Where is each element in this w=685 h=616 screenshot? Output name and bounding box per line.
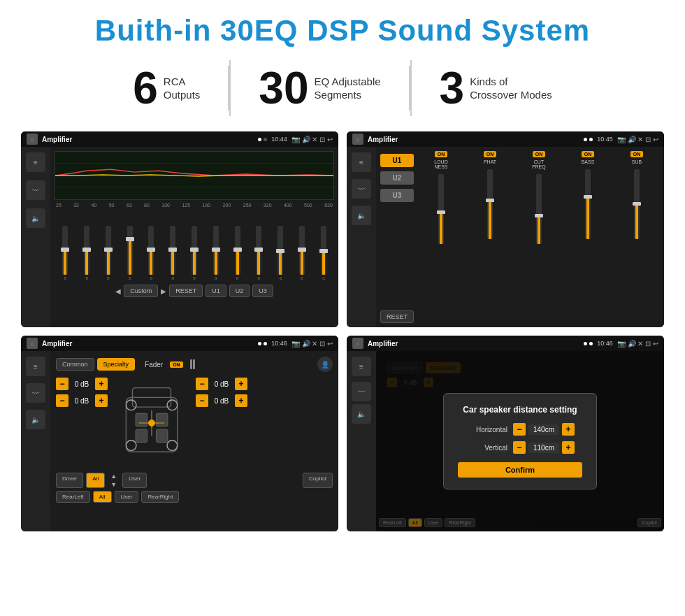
dlg-spk-icon[interactable]: 🔈 [352, 404, 371, 424]
db-val-1: 0 dB [71, 380, 92, 388]
wave-icon[interactable]: 〰 [26, 180, 45, 200]
btn-driver[interactable]: Driver [56, 473, 83, 488]
btn-all2[interactable]: All [93, 491, 112, 503]
dialog-value-v: − 110cm + [513, 441, 575, 454]
slider-10[interactable]: 0 [256, 226, 261, 280]
u1-btn[interactable]: U1 [380, 154, 414, 167]
speaker-icon[interactable]: 🔈 [26, 208, 45, 228]
fader-spk-icon[interactable]: 🔈 [26, 410, 45, 429]
db-val-3: 0 dB [211, 380, 232, 388]
page-title: Buith-in 30EQ DSP Sound System [21, 14, 664, 48]
page-wrapper: Buith-in 30EQ DSP Sound System 6 RCA Out… [0, 0, 685, 616]
btn-rearright[interactable]: RearRight [141, 491, 179, 503]
dialog-minus-v[interactable]: − [513, 441, 526, 454]
eq-custom-btn[interactable]: Custom [124, 285, 158, 297]
cross-spk-icon[interactable]: 🔈 [352, 206, 371, 225]
u2-btn[interactable]: U2 [380, 171, 414, 185]
dialog-cm-v: 110cm [528, 443, 559, 453]
dialog-plus-h[interactable]: + [562, 423, 575, 436]
slider-2[interactable]: 0 [84, 226, 89, 280]
dialog-side: ≡ 〰 🔈 [347, 351, 376, 531]
slider-5[interactable]: 0 [148, 226, 154, 280]
fader-settings-icon[interactable]: 👤 [317, 357, 333, 372]
eq-u3-btn[interactable]: U3 [252, 285, 273, 297]
fader-on-badge[interactable]: ON [170, 361, 183, 368]
slider-7[interactable]: 0 [192, 226, 197, 280]
slider-9[interactable]: 0 [235, 226, 240, 280]
db-minus-3[interactable]: − [196, 378, 208, 390]
fader-side: ≡ 〰 🔈 [21, 351, 50, 531]
screen3-time: 10:46 [271, 340, 287, 347]
dlg-wave-icon[interactable]: 〰 [352, 382, 371, 401]
eq-icon[interactable]: ≡ [26, 152, 45, 172]
db-minus-4[interactable]: − [196, 394, 208, 407]
stat-text-crossover: Kinds of Crossover Modes [470, 75, 552, 102]
svg-rect-9 [136, 413, 147, 426]
screen4-title: Amplifier [368, 340, 579, 348]
btn-all[interactable]: All [86, 473, 105, 488]
confirm-button[interactable]: Confirm [458, 462, 582, 478]
db-plus-4[interactable]: + [235, 394, 247, 407]
fader-bottom-row2: RearLeft All User RearRight [56, 491, 333, 503]
home-icon-3[interactable]: ⌂ [27, 338, 38, 349]
stat-number-rca: 6 [133, 66, 158, 110]
db-plus-1[interactable]: + [95, 378, 108, 390]
cross-reset-btn[interactable]: RESET [380, 310, 414, 323]
slider-3[interactable]: 0 [106, 226, 111, 280]
eq-reset-btn[interactable]: RESET [169, 285, 203, 297]
svg-point-6 [167, 400, 178, 410]
eq-prev-icon[interactable]: ◀ [115, 287, 121, 295]
btn-rearleft[interactable]: RearLeft [56, 491, 90, 503]
home-icon-4[interactable]: ⌂ [352, 338, 363, 349]
dialog-cm-h: 140cm [528, 424, 559, 435]
ch-sub: ON SUB [614, 151, 660, 323]
dialog-minus-h[interactable]: − [513, 423, 526, 436]
home-icon-2[interactable]: ⌂ [352, 134, 363, 145]
eq-u1-btn[interactable]: U1 [206, 285, 226, 297]
fader-label: Fader [145, 361, 163, 368]
db-minus-1[interactable]: − [56, 378, 68, 390]
ch-on-cutfreq[interactable]: ON [533, 151, 546, 157]
eq-next-icon[interactable]: ▶ [161, 287, 166, 295]
cross-eq-icon[interactable]: ≡ [352, 152, 371, 172]
status-bar-1: ⌂ Amplifier 10:44 📷 🔊 ✕ ⊡ ↩ [21, 131, 338, 147]
fader-wave-icon[interactable]: 〰 [26, 383, 45, 403]
ch-on-sub[interactable]: ON [630, 151, 644, 157]
slider-4[interactable]: 5 [127, 226, 133, 280]
fader-eq-icon[interactable]: ≡ [26, 357, 45, 376]
ch-on-phat[interactable]: ON [484, 151, 497, 157]
svg-rect-11 [136, 429, 147, 442]
slider-11[interactable]: -1 [277, 226, 283, 280]
dialog-row-vertical: Vertical − 110cm + [458, 441, 582, 454]
fader-sliders-mini [190, 359, 195, 369]
db-plus-3[interactable]: + [235, 378, 247, 390]
slider-13[interactable]: -1 [321, 226, 326, 280]
cross-wave-icon[interactable]: 〰 [352, 179, 371, 199]
svg-rect-12 [156, 429, 167, 442]
eq-u2-btn[interactable]: U2 [229, 285, 250, 297]
tab-specialty[interactable]: Specialty [97, 358, 136, 371]
btn-copilot[interactable]: Copilot [303, 473, 333, 488]
ch-on-bass[interactable]: ON [582, 151, 595, 157]
slider-8[interactable]: 0 [213, 226, 219, 280]
u3-btn[interactable]: U3 [380, 189, 414, 202]
slider-1[interactable]: 0 [62, 226, 68, 280]
dlg-eq-icon[interactable]: ≡ [352, 357, 371, 376]
db-plus-2[interactable]: + [95, 394, 108, 407]
stat-number-crossover: 3 [440, 66, 465, 110]
btn-user2[interactable]: User [115, 491, 139, 503]
home-icon[interactable]: ⌂ [27, 134, 38, 145]
fader-main: Common Specialty Fader ON 👤 [50, 351, 338, 531]
tab-common[interactable]: Common [56, 358, 94, 371]
stats-row: 6 RCA Outputs 30 EQ Adjustable Segments … [21, 60, 664, 116]
dialog-main: Common Specialty − 0 dB + [376, 351, 664, 531]
screen-dialog-body: ≡ 〰 🔈 Common Specialty − [347, 351, 664, 531]
screens-grid: ⌂ Amplifier 10:44 📷 🔊 ✕ ⊡ ↩ ≡ 〰 🔈 [21, 131, 664, 531]
btn-user[interactable]: User [122, 473, 147, 488]
stat-text-rca: RCA Outputs [164, 75, 201, 102]
dialog-plus-v[interactable]: + [562, 441, 575, 454]
ch-on-loudness[interactable]: ON [435, 151, 448, 157]
slider-12[interactable]: 0 [299, 226, 305, 280]
slider-6[interactable]: 0 [170, 226, 175, 280]
db-minus-2[interactable]: − [56, 394, 68, 407]
